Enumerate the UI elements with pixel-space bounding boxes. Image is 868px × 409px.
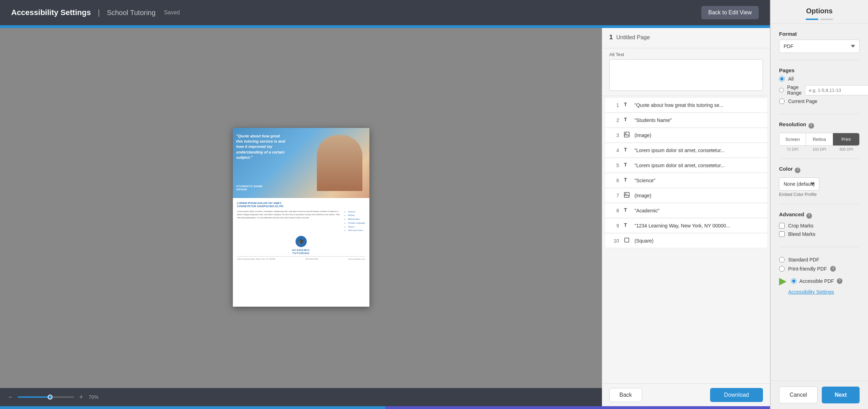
pages-all-radio[interactable]	[779, 76, 785, 82]
crop-marks-row: Crop Marks	[779, 223, 860, 229]
document-preview: "Quote about how great this tutoring ser…	[233, 128, 369, 307]
doc-col-left: Lorem ipsum dolor sit amet, consetetur s…	[237, 210, 342, 233]
footer-phone: 000-000-0000	[305, 258, 318, 260]
element-description: (Image)	[634, 132, 760, 138]
format-section-title: Format	[779, 31, 860, 37]
crop-marks-checkbox[interactable]	[779, 223, 785, 229]
pages-current-label: Current Page	[788, 98, 817, 104]
element-description: "Academic"	[634, 208, 760, 213]
alt-text-section: Alt Text	[602, 48, 770, 96]
header-saved: Saved	[164, 9, 180, 16]
standard-pdf-label: Standard PDF	[788, 257, 819, 263]
element-row[interactable]: 3(Image)	[605, 128, 767, 143]
next-button[interactable]: Next	[822, 387, 860, 403]
pages-range-row: Page Range	[779, 84, 860, 96]
zoom-percent: 70%	[89, 394, 98, 400]
color-help-icon[interactable]: ?	[795, 168, 800, 173]
print-friendly-pdf-label: Print-friendly PDF	[788, 266, 827, 272]
element-row[interactable]: 4T"Lorem ipsum dolor sit amet, consetetu…	[605, 143, 767, 158]
doc-company-name: ACADEMICTUTORING	[292, 248, 310, 255]
cancel-button[interactable]: Cancel	[779, 387, 818, 403]
color-select[interactable]: None (default) sRGB CMYK	[779, 177, 819, 191]
pages-all-row: All	[779, 76, 860, 82]
element-type-icon: T	[623, 222, 630, 229]
res-retina-btn[interactable]: Retina	[806, 133, 833, 145]
doc-student-name: STUDENTS NAMEGRADE	[236, 185, 263, 191]
header-bar: Accessibility Settings | School Tutoring…	[0, 0, 770, 25]
element-row[interactable]: 7(Image)	[605, 189, 767, 203]
options-footer: Cancel Next	[771, 381, 868, 409]
accessible-pdf-help-icon[interactable]: ?	[837, 278, 842, 284]
header-project: School Tutoring	[107, 9, 155, 17]
options-title: Options	[779, 7, 860, 15]
element-type-icon	[623, 192, 630, 199]
zoom-slider-fill	[18, 396, 51, 398]
accessible-pdf-radio[interactable]	[791, 278, 797, 284]
pages-current-row: Current Page	[779, 98, 860, 104]
element-row[interactable]: 10(Square)	[605, 234, 767, 248]
element-row[interactable]: 2T"Students Name"	[605, 113, 767, 128]
zoom-slider-thumb	[48, 395, 53, 400]
page-range-input[interactable]	[805, 85, 868, 95]
resolution-help-icon[interactable]: ?	[808, 123, 814, 129]
options-tab-2[interactable]	[820, 19, 833, 20]
element-num: 7	[612, 193, 619, 198]
advanced-section: Advanced ? Crop Marks Bleed Marks	[779, 211, 860, 240]
format-select[interactable]: PDF PNG JPG	[779, 40, 860, 53]
element-row[interactable]: 5T"Lorem ipsum dolor sit amet, consetetu…	[605, 158, 767, 173]
pages-range-radio[interactable]	[779, 87, 784, 93]
standard-pdf-radio[interactable]	[779, 257, 785, 263]
element-type-icon: T	[623, 147, 630, 154]
doc-footer: 🎓 ACADEMICTUTORING 1234 Learning Way, Ne…	[237, 236, 365, 260]
doc-col-right: Science Writing Mathematics Foreign Lang…	[345, 210, 365, 233]
back-button[interactable]: Back	[609, 388, 642, 402]
divider-3	[779, 158, 860, 159]
alt-text-input[interactable]	[609, 59, 763, 91]
element-description: "Lorem ipsum dolor sit amet, consetetur.…	[634, 148, 760, 153]
element-row[interactable]: 1T"Quote about how great this tutoring s…	[605, 98, 767, 113]
app-title: Accessibility Settings	[11, 8, 91, 17]
element-row[interactable]: 6T"Science"	[605, 173, 767, 188]
back-edit-button[interactable]: Back to Edit View	[701, 6, 759, 19]
alt-text-label: Alt Text	[609, 52, 763, 57]
pdf-type-section: Standard PDF Print-friendly PDF ? ▶ Acce…	[779, 257, 860, 295]
zoom-plus-icon[interactable]: +	[79, 394, 83, 401]
bleed-marks-checkbox[interactable]	[779, 231, 785, 237]
options-tab-1[interactable]	[806, 19, 818, 20]
green-arrow-icon: ▶	[779, 275, 787, 287]
divider-1	[779, 60, 860, 60]
zoom-minus-icon[interactable]: −	[8, 394, 12, 401]
download-button[interactable]: Download	[710, 388, 763, 402]
res-labels: 72 DPI 150 DPI 300 DPI	[779, 147, 860, 151]
print-friendly-help-icon[interactable]: ?	[830, 266, 836, 272]
pages-current-radio[interactable]	[779, 98, 785, 104]
bleed-marks-label: Bleed Marks	[788, 231, 815, 237]
element-num: 8	[612, 208, 619, 213]
zoom-slider[interactable]	[18, 396, 74, 398]
page-number: 1	[609, 34, 613, 41]
pages-section-title: Pages	[779, 67, 860, 73]
bleed-marks-row: Bleed Marks	[779, 231, 860, 237]
advanced-section-title: Advanced	[779, 211, 804, 217]
element-num: 9	[612, 223, 619, 229]
element-num: 1	[612, 102, 619, 108]
element-description: (Image)	[634, 193, 760, 198]
res-72dpi: 72 DPI	[779, 147, 806, 151]
element-row[interactable]: 8T"Academic"	[605, 204, 767, 218]
print-friendly-pdf-radio[interactable]	[779, 266, 785, 272]
element-type-icon: T	[623, 162, 630, 169]
element-type-icon: T	[623, 102, 630, 109]
element-type-icon: T	[623, 207, 630, 214]
res-screen-btn[interactable]: Screen	[779, 133, 806, 145]
footer-website: www.website.com	[348, 258, 365, 260]
res-print-btn[interactable]: Print	[833, 133, 859, 145]
advanced-help-icon[interactable]: ?	[806, 213, 812, 219]
accessibility-settings-link[interactable]: Accessibility Settings	[788, 289, 834, 295]
element-row[interactable]: 9T"1234 Learning Way, New York, NY 00000…	[605, 219, 767, 233]
crop-marks-label: Crop Marks	[788, 223, 813, 229]
svg-rect-11	[625, 238, 629, 242]
element-description: (Square)	[634, 238, 760, 244]
res-300dpi: 300 DPI	[833, 147, 860, 151]
page-name: Untitled Page	[616, 34, 650, 41]
element-panel-footer: Back Download	[602, 383, 770, 406]
